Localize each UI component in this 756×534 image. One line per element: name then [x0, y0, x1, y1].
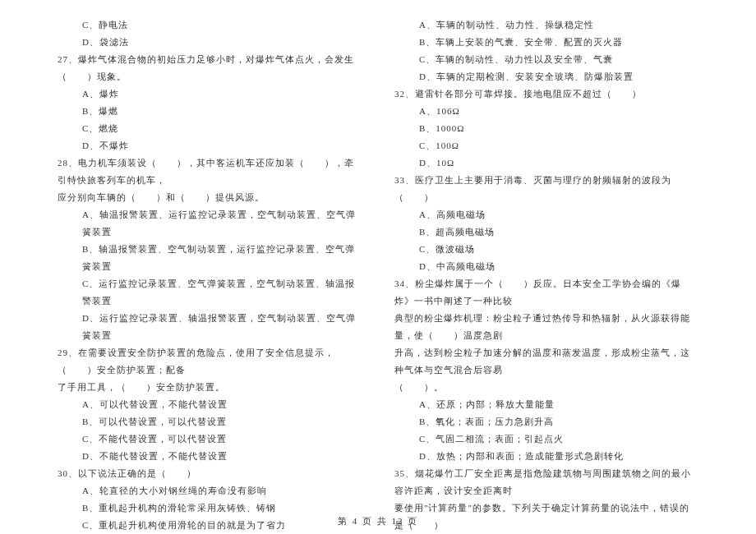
- page-container: C、静电法 D、袋滤法 27、爆炸气体混合物的初始压力足够小时，对爆炸气体点火，…: [0, 0, 756, 534]
- q29-cont: 了手用工具，（ ）安全防护装置。: [58, 379, 362, 396]
- q32-option-b: B、1000Ω: [394, 120, 698, 137]
- q31-option-a: A、车辆的制动性、动力性、操纵稳定性: [394, 16, 698, 34]
- q29-option-b: B、可以代替设置，可以代替设置: [58, 413, 362, 430]
- q32-text: 32、避雷针各部分可靠焊接。接地电阻应不超过（ ）: [394, 85, 698, 103]
- q27-option-d: D、不爆炸: [58, 137, 362, 154]
- q33-option-c: C、微波磁场: [394, 241, 698, 258]
- q30-option-b: B、重机起升机构的滑轮常采用灰铸铁、铸钢: [58, 499, 362, 517]
- q27-option-b: B、爆燃: [58, 103, 362, 120]
- q28-option-c: C、运行监控记录装置、空气弹簧装置，空气制动装置、轴温报警装置: [58, 275, 362, 310]
- q32-option-d: D、10Ω: [394, 154, 698, 172]
- q31-option-c: C、车辆的制动性、动力性以及安全带、气囊: [394, 51, 698, 68]
- q29-option-a: A、可以代替设置，不能代替设置: [58, 396, 362, 413]
- q26-option-d: D、袋滤法: [58, 34, 362, 51]
- q28-option-d: D、运行监控记录装置、轴温报警装置，空气制动装置、空气弹簧装置: [58, 310, 362, 344]
- q34-option-a: A、还原；内部；释放大量能量: [394, 396, 698, 413]
- q28-option-b: B、轴温报警装置、空气制动装置，运行监控记录装置、空气弹簧装置: [58, 241, 362, 275]
- q31-option-d: D、车辆的定期检测、安装安全玻璃、防爆胎装置: [394, 68, 698, 85]
- q34-cont3: （ ）。: [394, 379, 698, 396]
- q29-option-c: C、不能代替设置，可以代替设置: [58, 430, 362, 448]
- q32-option-a: A、106Ω: [394, 103, 698, 120]
- q34-cont2: 升高，达到粉尘粒子加速分解的温度和蒸发温度，形成粉尘蒸气，这种气体与空气混合后容…: [394, 344, 698, 379]
- q31-option-b: B、车辆上安装的气囊、安全带、配置的灭火器: [394, 34, 698, 51]
- q34-option-b: B、氧化；表面；压力急剧升高: [394, 413, 698, 430]
- q33-option-b: B、超高频电磁场: [394, 223, 698, 241]
- q35-text: 35、烟花爆竹工厂安全距离是指危险建筑物与周围建筑物之间的最小容许距离，设计安全…: [394, 465, 698, 499]
- q27-option-c: C、燃烧: [58, 120, 362, 137]
- q33-option-a: A、高频电磁场: [394, 206, 698, 223]
- q29-text: 29、在需要设置安全防护装置的危险点，使用了安全信息提示，（ ）安全防护装置；配…: [58, 344, 362, 379]
- page-footer: 第 4 页 共 12 页: [0, 515, 756, 527]
- q30-option-a: A、轮直径的大小对钢丝绳的寿命没有影响: [58, 482, 362, 499]
- q30-text: 30、以下说法正确的是（ ）: [58, 465, 362, 482]
- q34-cont1: 典型的粉尘爆炸机理：粉尘粒子通过热传导和热辐射，从火源获得能量，使（ ）温度急剧: [394, 310, 698, 344]
- q29-option-d: D、不能代替设置，不能代替设置: [58, 448, 362, 465]
- q26-option-c: C、静电法: [58, 16, 362, 34]
- q28-text: 28、电力机车须装设（ ），其中客运机车还应加装（ ），牵引特快旅客列车的机车，: [58, 154, 362, 189]
- q33-option-d: D、中高频电磁场: [394, 258, 698, 275]
- right-column: A、车辆的制动性、动力性、操纵稳定性 B、车辆上安装的气囊、安全带、配置的灭火器…: [378, 16, 707, 509]
- q32-option-c: C、100Ω: [394, 137, 698, 154]
- q27-text: 27、爆炸气体混合物的初始压力足够小时，对爆炸气体点火，会发生（ ）现象。: [58, 51, 362, 85]
- q28-option-a: A、轴温报警装置、运行监控记录装置，空气制动装置、空气弹簧装置: [58, 206, 362, 241]
- q34-option-c: C、气固二相流；表面；引起点火: [394, 430, 698, 448]
- q33-text: 33、医疗卫生上主要用于消毒、灭菌与理疗的射频辐射的波段为（ ）: [394, 172, 698, 206]
- left-column: C、静电法 D、袋滤法 27、爆炸气体混合物的初始压力足够小时，对爆炸气体点火，…: [49, 16, 378, 509]
- q34-text: 34、粉尘爆炸属于一个（ ）反应。日本安全工学协会编的《爆炸》一书中阐述了一种比…: [394, 275, 698, 310]
- q28-cont: 应分别向车辆的（ ）和（ ）提供风源。: [58, 189, 362, 206]
- q34-option-d: D、放热；内部和表面；造成能量形式急剧转化: [394, 448, 698, 465]
- q27-option-a: A、爆炸: [58, 85, 362, 103]
